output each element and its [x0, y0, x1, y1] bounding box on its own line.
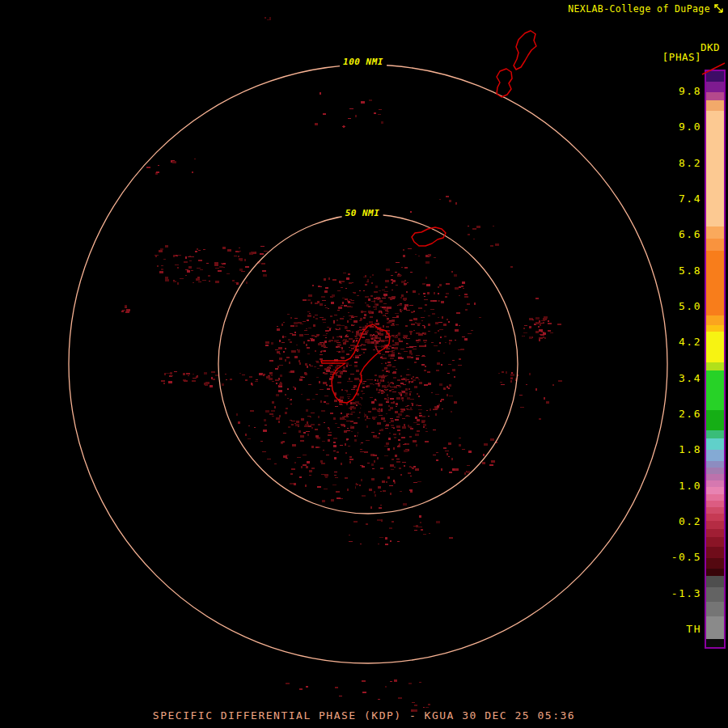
colorbar-segment [706, 410, 724, 430]
colorbar-segment [706, 547, 724, 558]
colorbar-tick-label: 4.2 [679, 336, 701, 348]
colorbar-segment [706, 92, 724, 100]
colorbar-segment [706, 529, 724, 537]
colorbar-segment [706, 576, 724, 587]
colorbar-segment [706, 507, 724, 514]
island-tinian [497, 69, 512, 97]
colorbar-segment [706, 487, 724, 494]
colorbar-segment [706, 569, 724, 576]
colorbar-segment [706, 501, 724, 507]
product-caption: SPECIFIC DIFFERENTIAL PHASE (KDP) - KGUA… [0, 709, 728, 722]
radar-scene [0, 0, 728, 728]
colorbar-segment [706, 71, 724, 82]
colorbar-tick-label: TH [686, 624, 701, 635]
colorbar-tick-label: 9.8 [679, 86, 701, 97]
colorbar-segment [706, 226, 724, 239]
colorbar-tick-label: 1.0 [679, 480, 701, 492]
island-rota [412, 227, 446, 246]
colorbar-tick-label: 2.6 [679, 408, 701, 420]
colorbar-tick-label: 3.4 [679, 373, 701, 384]
range-ring-label-50nmi: 50 NMI [342, 207, 383, 219]
colorbar-segment [706, 480, 724, 487]
colorbar-segment [706, 616, 724, 639]
colorbar-segment [706, 558, 724, 569]
colorbar-segment [706, 587, 724, 602]
colorbar-segment [706, 430, 724, 438]
colorbar-segment [706, 111, 724, 226]
colorbar-tick-label: -1.3 [671, 588, 701, 599]
range-ring-label-100nmi: 100 NMI [340, 56, 387, 68]
colorbar-tick-label: 5.8 [679, 265, 701, 277]
colorbar-segment [706, 315, 724, 325]
colorbar [705, 70, 726, 649]
colorbar-segment [706, 468, 724, 474]
colorbar-segment [706, 521, 724, 529]
colorbar-segment [706, 461, 724, 468]
colorbar-segment [706, 325, 724, 332]
island-guam [321, 324, 390, 403]
product-units-label: [PHAS] [662, 51, 701, 63]
brand-text: NEXLAB-College of DuPage [568, 3, 710, 15]
colorbar-segment [706, 602, 724, 616]
colorbar-segment [706, 474, 724, 480]
colorbar-tick-label: 7.4 [679, 193, 701, 205]
range-ring-50-nmi [218, 214, 518, 514]
colorbar-segment [706, 537, 724, 547]
colorbar-tick-label: 0.2 [679, 516, 701, 527]
colorbar-segment [706, 251, 724, 315]
colorbar-tick-label: -0.5 [671, 552, 701, 563]
colorbar-tick-label: 9.0 [679, 121, 701, 133]
colorbar-segment [706, 494, 724, 501]
colorbar-segment [706, 82, 724, 92]
colorbar-tick-label: 8.2 [679, 158, 701, 169]
colorbar-tick-label: 1.8 [679, 444, 701, 455]
colorbar-tick-label: 6.6 [679, 229, 701, 240]
colorbar-tick-label: 5.0 [679, 301, 701, 312]
colorbar-segment [706, 100, 724, 111]
beam-blockage-spoke [349, 394, 365, 524]
colorbar-segment [706, 639, 724, 647]
range-ring-100-nmi [69, 65, 667, 663]
header: NEXLAB-College of DuPage [568, 3, 725, 15]
product-code-label: DKD [700, 41, 720, 53]
colorbar-segment [706, 239, 724, 251]
colorbar-segment [706, 438, 724, 450]
colorbar-segment [706, 514, 724, 521]
radar-echoes [121, 17, 562, 712]
colorbar-segment [706, 362, 724, 370]
colorbar-segment [706, 332, 724, 362]
colorbar-segment [706, 450, 724, 461]
range-rings [69, 65, 667, 663]
expand-icon[interactable] [713, 3, 725, 15]
island-saipan [514, 31, 536, 70]
radar-display: NEXLAB-College of DuPage DKD [PHAS] 100 … [0, 0, 728, 728]
colorbar-segment [706, 370, 724, 410]
